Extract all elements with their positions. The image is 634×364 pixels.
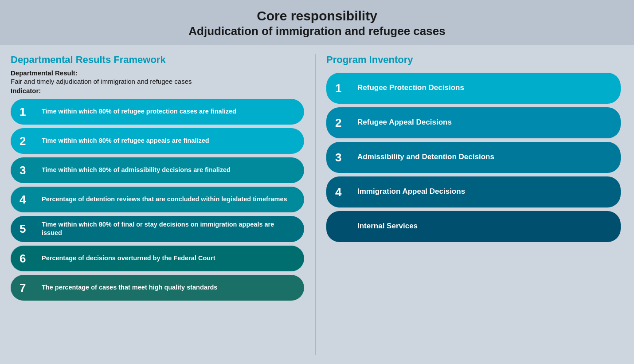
indicator-item: 1Time within which 80% of refugee protec…	[11, 99, 304, 125]
program-text: Refugee Protection Decisions	[357, 83, 464, 93]
program-text: Admissibility and Detention Decisions	[357, 152, 494, 162]
program-number: 2	[335, 117, 351, 129]
indicator-number: 2	[20, 135, 35, 147]
program-list: 1Refugee Protection Decisions2Refugee Ap…	[326, 73, 621, 242]
indicator-item: 7The percentage of cases that meet high …	[11, 275, 304, 301]
indicator-number: 3	[20, 164, 35, 176]
right-panel: Program Inventory 1Refugee Protection De…	[316, 45, 634, 364]
indicator-text: Percentage of detention reviews that are…	[42, 195, 287, 204]
header: Core responsibility Adjudication of immi…	[0, 0, 634, 45]
departmental-framework-heading: Departmental Results Framework	[11, 54, 304, 66]
indicator-text: The percentage of cases that meet high q…	[42, 283, 217, 292]
indicator-text: Time within which 80% of admissibility d…	[42, 166, 231, 175]
indicator-number: 4	[20, 194, 35, 205]
indicator-item: 6Percentage of decisions overturned by t…	[11, 246, 304, 271]
indicator-text: Time within which 80% of refugee protect…	[42, 107, 236, 116]
program-number: 1	[335, 82, 351, 94]
program-item: 1Refugee Protection Decisions	[326, 73, 621, 104]
program-number: 3	[335, 152, 351, 163]
indicator-text: Percentage of decisions overturned by th…	[42, 254, 215, 263]
program-item: 2Refugee Appeal Decisions	[326, 107, 621, 138]
indicator-number: 5	[20, 223, 35, 235]
program-text: Immigration Appeal Decisions	[357, 187, 465, 197]
indicator-item: 3Time within which 80% of admissibility …	[11, 157, 304, 183]
program-text: Internal Services	[357, 221, 418, 231]
page-title: Core responsibility	[9, 8, 625, 24]
departmental-result-label: Departmental Result:	[11, 69, 304, 77]
indicator-text: Time within which 80% of refugee appeals…	[42, 137, 209, 145]
program-item: 4Immigration Appeal Decisions	[326, 176, 621, 207]
main-content: Departmental Results Framework Departmen…	[0, 45, 634, 364]
indicator-text: Time within which 80% of final or stay d…	[42, 220, 295, 238]
program-item: Internal Services	[326, 211, 621, 242]
program-number: 4	[335, 186, 351, 198]
departmental-result-text: Fair and timely adjudication of immigrat…	[11, 78, 304, 85]
indicator-item: 4Percentage of detention reviews that ar…	[11, 187, 304, 212]
page-wrapper: Core responsibility Adjudication of immi…	[0, 0, 634, 364]
indicator-label: Indicator:	[11, 87, 304, 94]
program-inventory-heading: Program Inventory	[326, 54, 621, 66]
indicator-number: 1	[20, 106, 35, 117]
page-subtitle: Adjudication of immigration and refugee …	[9, 24, 625, 39]
program-item: 3Admissibility and Detention Decisions	[326, 142, 621, 173]
indicators-list: 1Time within which 80% of refugee protec…	[11, 99, 304, 301]
indicator-number: 7	[20, 282, 35, 294]
program-text: Refugee Appeal Decisions	[357, 117, 452, 128]
left-panel: Departmental Results Framework Departmen…	[0, 45, 315, 364]
indicator-item: 5Time within which 80% of final or stay …	[11, 216, 304, 242]
indicator-number: 6	[20, 253, 35, 264]
indicator-item: 2Time within which 80% of refugee appeal…	[11, 128, 304, 154]
